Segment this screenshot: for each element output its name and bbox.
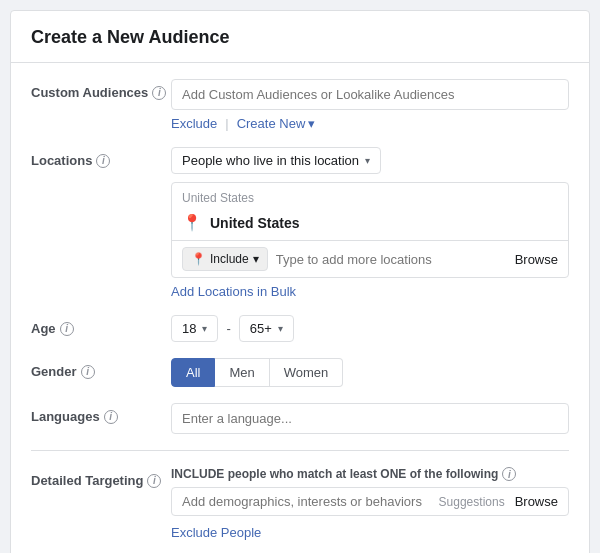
custom-audiences-label: Custom Audiences i [31, 79, 171, 100]
detailed-targeting-row: Detailed Targeting i INCLUDE people who … [31, 467, 569, 540]
gender-info-icon[interactable]: i [81, 365, 95, 379]
languages-row: Languages i [31, 403, 569, 434]
languages-info-icon[interactable]: i [104, 410, 118, 424]
detailed-search-box: Suggestions Browse [171, 487, 569, 516]
locations-label: Locations i [31, 147, 171, 168]
include-dropdown[interactable]: 📍 Include ▾ [182, 247, 268, 271]
age-info-icon[interactable]: i [60, 322, 74, 336]
location-country-header: United States [172, 183, 568, 209]
add-locations-bulk-link-container: Add Locations in Bulk [171, 284, 569, 299]
age-min-caret-icon: ▾ [202, 323, 207, 334]
exclude-people-container: Exclude People [171, 524, 569, 540]
location-selected-item: 📍 United States [172, 209, 568, 240]
age-separator: - [226, 321, 230, 336]
age-max-caret-icon: ▾ [278, 323, 283, 334]
detailed-targeting-label: Detailed Targeting i [31, 467, 171, 488]
locations-info-icon[interactable]: i [96, 154, 110, 168]
gender-label: Gender i [31, 358, 171, 379]
locations-row: Locations i People who live in this loca… [31, 147, 569, 299]
custom-audiences-info-icon[interactable]: i [152, 86, 166, 100]
age-max-dropdown[interactable]: 65+ ▾ [239, 315, 294, 342]
age-control: 18 ▾ - 65+ ▾ [171, 315, 569, 342]
audience-form: Create a New Audience Custom Audiences i… [10, 10, 590, 553]
gender-men-button[interactable]: Men [215, 358, 269, 387]
location-pin-icon: 📍 [182, 213, 202, 232]
create-new-caret-icon: ▾ [308, 116, 315, 131]
create-new-button[interactable]: Create New ▾ [237, 116, 316, 131]
location-box: United States 📍 United States 📍 Include … [171, 182, 569, 278]
gender-button-group: All Men Women [171, 358, 569, 387]
detailed-desc-info-icon[interactable]: i [502, 467, 516, 481]
audiences-links: Exclude | Create New ▾ [171, 116, 569, 131]
locations-control: People who live in this location ▾ Unite… [171, 147, 569, 299]
location-browse-button[interactable]: Browse [515, 252, 558, 267]
location-search-input[interactable] [276, 250, 507, 269]
detailed-targeting-info-icon[interactable]: i [147, 474, 161, 488]
exclude-people-link[interactable]: Exclude People [171, 525, 261, 540]
include-caret-icon: ▾ [253, 252, 259, 266]
languages-input[interactable] [171, 403, 569, 434]
custom-audiences-control: Exclude | Create New ▾ [171, 79, 569, 131]
languages-label: Languages i [31, 403, 171, 424]
gender-control: All Men Women [171, 358, 569, 387]
exclude-link[interactable]: Exclude [171, 116, 217, 131]
page-title: Create a New Audience [11, 11, 589, 63]
custom-audiences-input[interactable] [171, 79, 569, 110]
detailed-browse-button[interactable]: Browse [515, 494, 558, 509]
custom-audiences-row: Custom Audiences i Exclude | Create New … [31, 79, 569, 131]
gender-all-button[interactable]: All [171, 358, 215, 387]
age-selectors: 18 ▾ - 65+ ▾ [171, 315, 569, 342]
pipe-divider: | [225, 116, 228, 131]
location-dropdown-caret-icon: ▾ [365, 155, 370, 166]
gender-women-button[interactable]: Women [270, 358, 344, 387]
age-row: Age i 18 ▾ - 65+ ▾ [31, 315, 569, 342]
add-locations-bulk-link[interactable]: Add Locations in Bulk [171, 284, 569, 299]
location-pin-small-icon: 📍 [191, 252, 206, 266]
location-type-dropdown[interactable]: People who live in this location ▾ [171, 147, 381, 174]
detailed-targeting-input[interactable] [182, 494, 439, 509]
gender-row: Gender i All Men Women [31, 358, 569, 387]
languages-control [171, 403, 569, 434]
detailed-targeting-control: INCLUDE people who match at least ONE of… [171, 467, 569, 540]
age-label: Age i [31, 315, 171, 336]
age-min-dropdown[interactable]: 18 ▾ [171, 315, 218, 342]
suggestions-label: Suggestions [439, 495, 505, 509]
location-search-row: 📍 Include ▾ Browse [172, 240, 568, 277]
section-divider [31, 450, 569, 451]
detailed-targeting-description: INCLUDE people who match at least ONE of… [171, 467, 569, 481]
